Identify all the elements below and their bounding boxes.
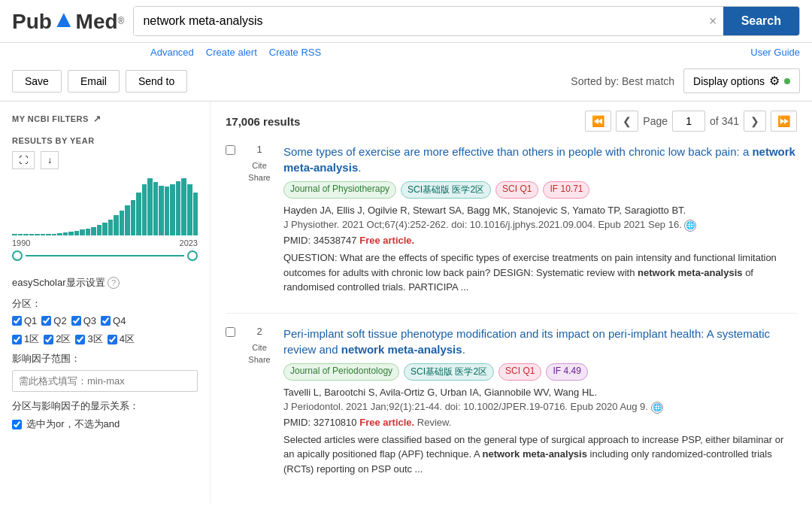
external-link-icon: ↗ [93,114,102,124]
chart-bar [23,234,29,235]
gear-icon: ⚙ [769,74,780,88]
zone-checkbox-z3[interactable] [75,335,85,344]
articles-container: 1 Cite Share Some types of exercise are … [226,144,797,476]
q-checkbox-item: Q2 [41,315,66,326]
search-button[interactable]: Search [723,7,799,35]
article-tag: Journal of Periodontology [283,363,399,381]
article-number: 2 [256,326,262,337]
relation-option-label: 选中为or，不选为and [26,417,120,431]
zone-checkboxes: 1区2区3区4区 [12,332,198,346]
article-abstract: Selected articles were classified based … [283,432,797,477]
article-tag: IF 4.49 [546,363,587,381]
share-label: Share [248,355,270,364]
prev-page-button[interactable]: ❮ [616,111,638,132]
article-body: Peri-implant soft tissue phenotype modif… [283,326,797,477]
slider-left-handle[interactable] [12,250,23,261]
article-title-bold: network meta-analysis [341,343,462,356]
chart-bar [131,200,136,236]
my-ncbi-filters-title: MY NCBI FILTERS ↗ [12,114,198,124]
impact-range-input[interactable] [12,370,198,392]
article-checkbox[interactable] [226,327,235,337]
user-guide-link[interactable]: User Guide [750,47,800,58]
highlighted-term: network meta-analysis [638,267,742,278]
q-checkbox-q4[interactable] [101,316,111,326]
logo: Pub▲Med ® [12,8,124,34]
logo-registered: ® [118,16,125,26]
chart-bar [91,227,96,235]
article-journal: J Physiother. 2021 Oct;67(4):252-262. do… [283,219,797,232]
chart-bar [153,182,159,235]
download-chart-button[interactable]: ↓ [41,151,59,169]
article-tag: SCI Q1 [495,181,538,199]
display-options-button[interactable]: Display options ⚙ [683,68,800,93]
chart-bar [41,234,46,235]
free-article-label: Free article. [359,235,414,246]
save-button[interactable]: Save [12,70,62,93]
page-input[interactable] [672,111,705,132]
q-checkbox-item: Q4 [101,315,126,326]
chart-bar [74,231,80,235]
expand-chart-button[interactable]: ⛶ [12,151,35,169]
article-title-link[interactable]: Some types of exercise are more effectiv… [283,144,797,175]
create-alert-link[interactable]: Create alert [206,47,257,58]
of-total-label: of 341 [710,115,739,127]
user-guide: User Guide [750,46,800,58]
q-checkboxes: Q1Q2Q3Q4 [12,315,198,326]
relation-checkbox[interactable] [12,420,22,429]
q-checkbox-q2[interactable] [41,316,51,326]
email-button[interactable]: Email [68,70,120,93]
chart-bar [187,184,192,235]
chart-bar [12,234,17,235]
article-tag: IF 10.71 [543,181,589,199]
year-range-slider[interactable] [12,250,198,261]
chart-bar [147,178,153,235]
help-icon[interactable]: ? [108,277,120,289]
first-page-button[interactable]: ⏪ [585,111,611,132]
article-pmid: PMID: 32710810 Free article. Review. [283,417,797,428]
slider-right-handle[interactable] [187,250,198,261]
chart-bar [170,184,175,235]
chart-bar [165,187,170,235]
zone-checkbox-label: 3区 [87,332,102,346]
q-checkbox-label: Q2 [53,315,66,326]
chart-bar [125,205,130,235]
toolbar: Save Email Send to Sorted by: Best match… [0,61,812,102]
chart-bar [35,234,40,235]
last-page-button[interactable]: ⏩ [771,111,797,132]
chart-bar [114,215,119,235]
q-checkbox-q1[interactable] [12,316,22,326]
article-pmid: PMID: 34538747 Free article. [283,235,797,246]
chart-bar [63,232,68,235]
article-tag: SCI基础版 医学2区 [401,181,491,199]
results-count: 17,006 results [226,115,300,128]
create-rss-link[interactable]: Create RSS [269,47,321,58]
chart-bar [102,223,108,235]
zone-checkbox-z4[interactable] [108,335,117,344]
q-checkbox-label: Q4 [113,315,126,326]
chart-bar [142,184,147,235]
header: Pub▲Med ® × Search [0,0,812,43]
next-page-button[interactable]: ❯ [744,111,766,132]
zone-checkbox-item: 4区 [108,332,135,346]
chart-labels: 1990 2023 [12,238,198,247]
sendto-button[interactable]: Send to [126,70,187,93]
article-checkbox[interactable] [226,145,235,155]
q-checkbox-label: Q3 [83,315,96,326]
article-title-link[interactable]: Peri-implant soft tissue phenotype modif… [283,326,797,357]
zone-checkbox-z1[interactable] [12,335,22,344]
chart-bar [176,181,181,235]
chart-bar [193,193,198,235]
search-input[interactable] [134,7,703,35]
zone-checkbox-z2[interactable] [44,335,53,344]
chart-bar [46,234,51,235]
zone-checkbox-label: 1区 [24,332,39,346]
green-dot-indicator [784,78,790,84]
chart-controls: ⛶ ↓ [12,151,198,169]
free-article-label: Free article. [359,417,414,428]
advanced-link[interactable]: Advanced [150,47,194,58]
q-checkbox-q3[interactable] [71,316,81,326]
q-checkbox-item: Q1 [12,315,37,326]
search-clear-button[interactable]: × [703,8,723,35]
easyscholar-title: easyScholar显示设置 ? [12,276,198,290]
article-authors: Hayden JA, Ellis J, Ogilvie R, Stewart S… [283,205,797,216]
